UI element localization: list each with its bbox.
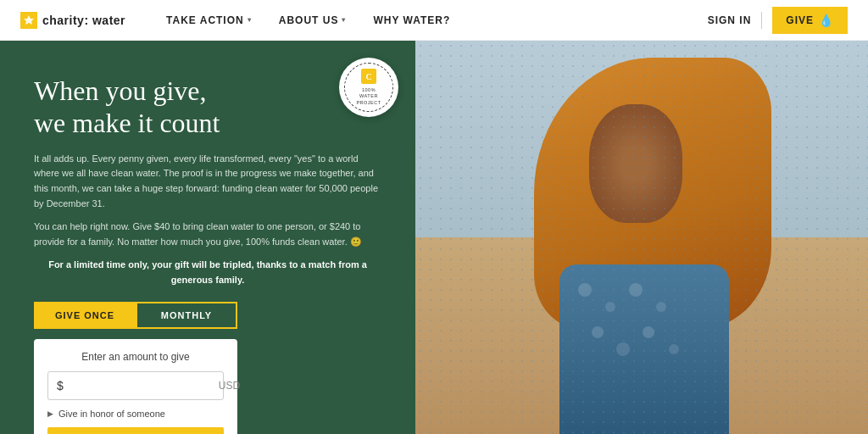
stamp-badge-text: 100% WATER PROJECT (356, 87, 381, 105)
stamp-badge: C 100% WATER PROJECT (339, 58, 398, 117)
svg-point-8 (592, 326, 604, 338)
person-figure (466, 41, 868, 434)
svg-point-4 (578, 283, 592, 297)
nav-about-us-chevron: ▾ (342, 16, 346, 24)
body-text-2: You can help right now. Give $40 to brin… (34, 220, 381, 249)
svg-point-6 (629, 283, 643, 297)
stamp-logo-icon: C (361, 69, 376, 87)
tab-give-once-label: GIVE ONCE (55, 310, 114, 320)
currency-symbol: $ (57, 379, 64, 392)
svg-point-9 (616, 342, 630, 356)
headline: When you give, we make it count (34, 75, 381, 140)
tab-monthly-label: MONTHLY (161, 310, 212, 320)
nav-take-action-label: TAKE ACTION (166, 14, 244, 26)
svg-point-5 (605, 302, 615, 312)
stamp-line3: PROJECT (356, 100, 381, 106)
header-give-button[interactable]: GIVE 💧 (772, 7, 848, 34)
header-right: SIGN IN GIVE 💧 (708, 7, 848, 34)
tab-give-once[interactable]: GIVE ONCE (34, 302, 136, 329)
logo-icon (20, 12, 37, 29)
stamp-badge-inner: C 100% WATER PROJECT (344, 63, 393, 112)
svg-point-7 (656, 302, 666, 312)
honor-arrow-icon: ▶ (47, 409, 53, 418)
sign-in-button[interactable]: SIGN IN (708, 14, 752, 26)
honor-toggle[interactable]: ▶ Give in honor of someone (47, 409, 224, 419)
amount-input-row: $ USD (47, 371, 224, 400)
highlight-text: For a limited time only, your gift will … (34, 258, 381, 287)
stamp-line2: WATER (356, 93, 381, 99)
nav-about-us[interactable]: ABOUT US ▾ (265, 0, 360, 41)
nav: TAKE ACTION ▾ ABOUT US ▾ WHY WATER? (153, 0, 708, 41)
nav-about-us-label: ABOUT US (279, 14, 339, 26)
nav-take-action[interactable]: TAKE ACTION ▾ (153, 0, 265, 41)
clothing (559, 264, 729, 434)
nav-take-action-chevron: ▾ (248, 16, 252, 24)
donation-tabs: GIVE ONCE MONTHLY (34, 302, 237, 329)
nav-why-water[interactable]: WHY WATER? (359, 0, 464, 41)
svg-point-11 (669, 344, 679, 354)
face (589, 104, 682, 223)
logo[interactable]: charity: water (20, 12, 125, 29)
currency-code: USD (219, 380, 240, 392)
donation-form: Enter an amount to give $ USD ▶ Give in … (34, 339, 237, 434)
tab-monthly[interactable]: MONTHLY (136, 302, 237, 329)
logo-text: charity: water (42, 14, 125, 27)
nav-why-water-label: WHY WATER? (373, 14, 450, 26)
svg-point-10 (643, 326, 654, 338)
amount-input[interactable] (70, 379, 219, 392)
left-panel: C 100% WATER PROJECT When you give, we m… (0, 41, 415, 434)
honor-label: Give in honor of someone (58, 409, 165, 419)
header: charity: water TAKE ACTION ▾ ABOUT US ▾ … (0, 0, 868, 41)
stamp-line1: 100% (356, 87, 381, 93)
water-drop-icon: 💧 (819, 14, 834, 27)
main-content: C 100% WATER PROJECT When you give, we m… (0, 41, 868, 434)
headline-line1: When you give, (34, 75, 207, 106)
header-give-label: GIVE (786, 14, 814, 26)
give-submit-button[interactable]: GIVE (47, 427, 224, 434)
headline-line2: we make it count (34, 108, 220, 138)
form-label: Enter an amount to give (47, 351, 224, 363)
svg-text:C: C (365, 72, 371, 81)
photo-background (415, 41, 868, 434)
body-text-1: It all adds up. Every penny given, every… (34, 152, 381, 211)
right-panel (415, 41, 868, 434)
header-divider (761, 12, 762, 29)
